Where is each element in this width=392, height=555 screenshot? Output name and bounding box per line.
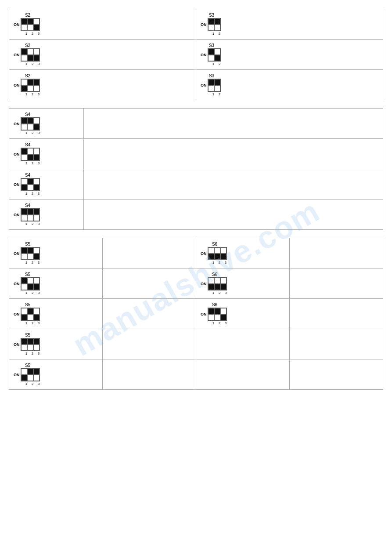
dip-cell-r0-c1 (27, 118, 33, 124)
dip-num-label: 1 (23, 261, 29, 265)
dip-switch-label: S5 (14, 242, 42, 247)
dip-num-label: 2 (29, 192, 36, 196)
on-label: ON (14, 282, 20, 286)
dip-cell-r1-c1 (214, 85, 220, 91)
dip-cell-r0-c1 (214, 79, 220, 85)
dip-cell-r0-c0 (208, 18, 214, 25)
dip-switch-label: S5 (14, 272, 42, 277)
dip-num-label: 2 (29, 161, 36, 165)
table-row: S2 ON 123 S3 ON 12 (9, 9, 383, 40)
table-cell: S5 ON 123 (9, 268, 103, 299)
table-row: S5 ON 123 (9, 359, 383, 390)
dip-cell-r1-c0 (208, 25, 214, 31)
dip-cell-r1-c2 (33, 154, 40, 160)
dip-cell-r1-c0 (21, 375, 27, 381)
dip-switch-container: S4 ON 123 (14, 203, 42, 226)
dip-num-label: 1 (23, 92, 29, 96)
on-label: ON (14, 373, 20, 377)
table-cell: S6 ON 123 (196, 268, 290, 299)
dip-num-label: 2 (29, 352, 36, 355)
dip-num-labels: 123 (14, 291, 42, 295)
dip-num-labels: 123 (14, 131, 42, 135)
table-row: S4 ON 123 (9, 139, 383, 169)
table-cell: S2 ON 123 (9, 9, 196, 40)
table-cell: S2 ON 123 (9, 70, 196, 100)
dip-cell-r0-c1 (27, 18, 33, 25)
dip-switch-label: S2 (14, 73, 42, 78)
dip-cell-r0-c2 (33, 278, 40, 284)
dip-cell-r0-c2 (33, 18, 40, 25)
dip-num-labels: 123 (14, 352, 42, 355)
dip-cell-r1-c1 (27, 55, 33, 61)
dip-cell-r0-c2 (220, 308, 227, 314)
table-cell-switch: S4 ON 123 (9, 109, 84, 139)
dip-cell-r0-c0 (21, 148, 27, 154)
dip-cell-r0-c0 (21, 178, 27, 185)
dip-switch-label: S3 (201, 43, 223, 48)
table-s5s6: S5 ON 123 S6 ON 123 S5 ON 123 S6 (9, 238, 383, 390)
table-cell (290, 329, 383, 359)
dip-cell-r1-c1 (27, 375, 33, 381)
dip-num-label: 1 (23, 32, 29, 36)
dip-body: ON (14, 247, 42, 260)
dip-switch-label: S4 (14, 203, 42, 208)
dip-num-label: 1 (210, 92, 216, 96)
table-cell-desc (84, 200, 383, 230)
on-label: ON (14, 22, 20, 27)
dip-num-label: 3 (36, 352, 42, 355)
dip-cell-r0-c1 (214, 308, 220, 314)
on-label: ON (14, 312, 20, 316)
table-cell-desc (84, 139, 383, 169)
dip-switch-container: S4 ON 123 (14, 142, 42, 165)
table-row: S5 ON 123 S6 ON 123 (9, 238, 383, 268)
dip-switch-container: S5 ON 123 (14, 302, 42, 325)
dip-cell-r0-c2 (33, 79, 40, 85)
table-cell (196, 329, 290, 359)
dip-num-label: 2 (29, 321, 36, 325)
dip-cell-r0-c2 (33, 209, 40, 215)
dip-cell-r1-c1 (27, 154, 33, 160)
dip-cell-r1-c1 (27, 25, 33, 31)
dip-cell-r1-c1 (27, 185, 33, 191)
on-label: ON (14, 53, 20, 57)
table-row: S2 ON 123 S3 ON 12 (9, 70, 383, 100)
table-cell (103, 329, 196, 359)
dip-cell-r1-c0 (21, 284, 27, 290)
dip-body: ON (201, 79, 223, 92)
dip-switch-label: S4 (14, 173, 42, 178)
dip-num-labels: 123 (14, 261, 42, 265)
table-cell: S5 ON 123 (9, 359, 103, 390)
dip-num-labels: 123 (14, 32, 42, 36)
dip-switch-container: S2 ON 123 (14, 43, 42, 66)
on-label: ON (201, 312, 207, 316)
dip-body: ON (201, 48, 223, 62)
dip-num-label: 1 (23, 382, 29, 386)
dip-num-label: 2 (29, 291, 36, 295)
dip-cell-r1-c2 (220, 284, 227, 290)
dip-num-label: 1 (23, 222, 29, 226)
dip-cell-r0-c0 (21, 369, 27, 375)
dip-num-label: 2 (216, 62, 223, 66)
dip-cell-r0-c1 (214, 278, 220, 284)
dip-cell-r0-c2 (33, 148, 40, 154)
table-cell-switch: S4 ON 123 (9, 139, 84, 169)
dip-body: ON (14, 277, 42, 290)
dip-switch-label: S6 (201, 242, 229, 247)
dip-num-label: 3 (36, 382, 42, 386)
dip-cell-r0-c1 (27, 278, 33, 284)
table-s4: S4 ON 123 S4 ON 123 S4 ON 123 S4 (9, 108, 383, 230)
dip-body: ON (201, 247, 229, 260)
dip-cell-r0-c0 (21, 209, 27, 215)
on-label: ON (201, 251, 207, 256)
dip-cell-r1-c1 (27, 85, 33, 91)
table-cell-switch: S4 ON 123 (9, 200, 84, 230)
dip-num-label: 2 (29, 92, 36, 96)
table-cell: S5 ON 123 (9, 238, 103, 268)
dip-num-label: 1 (23, 192, 29, 196)
table-cell: S6 ON 123 (196, 238, 290, 268)
dip-num-label: 1 (210, 321, 216, 325)
dip-cell-r1-c0 (21, 215, 27, 221)
on-label: ON (14, 122, 20, 126)
dip-cell-r0-c1 (27, 178, 33, 185)
dip-cell-r0-c1 (214, 247, 220, 254)
